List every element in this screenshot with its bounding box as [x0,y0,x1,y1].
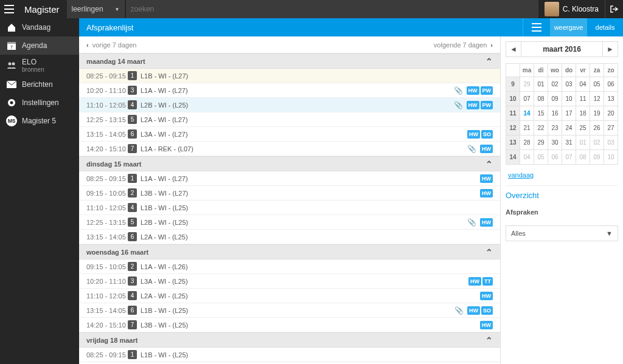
appointment-row[interactable]: 14:20 - 15:107L1A - REK - (L07)📎HW [79,142,500,156]
cal-day[interactable]: 04 [520,150,534,165]
sidebar-item-berichten[interactable]: Berichten [0,75,79,94]
cal-day[interactable]: 03 [604,136,618,150]
cal-day[interactable]: 30 [548,136,562,150]
day-header[interactable]: maandag 14 maart⌃ [79,53,500,69]
cal-day[interactable]: 20 [604,106,618,121]
cal-day[interactable]: 05 [534,150,548,165]
search-input[interactable] [131,5,534,13]
cal-day[interactable]: 19 [590,106,604,121]
cal-day[interactable]: 08 [576,150,590,165]
attachment-icon: 📎 [454,101,463,109]
appointment-row[interactable]: 13:15 - 14:056L3A - WI - (L27)HWSO [79,127,500,142]
cal-day[interactable]: 07 [562,150,576,165]
cal-day[interactable]: 12 [590,92,604,106]
day-header[interactable]: woensdag 16 maart⌃ [79,244,500,259]
cal-day[interactable]: 05 [590,77,604,92]
today-link[interactable]: vandaag [506,170,536,180]
cal-day[interactable]: 10 [604,150,618,165]
cal-week[interactable]: 14 [506,150,520,165]
badge-hw: HW [467,101,479,109]
appointment-row[interactable]: 08:25 - 09:151L1A - WI - (L27)HW [79,171,500,186]
panel-toggle[interactable] [523,18,550,36]
day-header[interactable]: dinsdag 15 maart⌃ [79,156,500,171]
cal-day[interactable]: 23 [548,121,562,136]
appointment-row[interactable]: 11:10 - 12:054L2A - WI - (L25)HW [79,289,500,303]
cal-day[interactable]: 11 [576,92,590,106]
cal-day[interactable]: 29 [520,77,534,92]
day-name: woensdag 16 maart [86,249,148,256]
cal-day[interactable]: 07 [520,92,534,106]
appointment-row[interactable]: 14:20 - 15:107L3B - WI - (L25)HW [79,318,500,332]
tab-details[interactable]: details [586,18,623,36]
prev-week[interactable]: ‹ vorige 7 dagen [86,41,136,49]
badge-so: SO [481,130,493,139]
cal-day[interactable]: 26 [590,121,604,136]
cal-day[interactable]: 01 [576,136,590,150]
appointment-row[interactable]: 09:15 - 10:052L3B - WI - (L27)HW [79,186,500,201]
cal-day[interactable]: 01 [534,77,548,92]
cal-day[interactable]: 06 [548,150,562,165]
cal-day[interactable]: 16 [548,106,562,121]
cal-week[interactable]: 13 [506,136,520,150]
scope-dropdown[interactable]: leerlingen ▼ [67,0,125,18]
period-badge: 3 [128,276,137,286]
cal-day[interactable]: 21 [520,121,534,136]
cal-day[interactable]: 02 [548,77,562,92]
cal-day[interactable]: 02 [590,136,604,150]
appointment-subject: L2A - WI - (L25) [141,292,480,300]
appointment-row[interactable]: 08:25 - 09:151L1B - WI - (L27) [79,69,500,83]
sidebar-item-magister5[interactable]: M5 Magister 5 [0,112,79,130]
cal-day[interactable]: 03 [562,77,576,92]
appointment-row[interactable]: 11:10 - 12:054L1B - WI - (L25) [79,201,500,215]
cal-day[interactable]: 15 [534,106,548,121]
menu-toggle[interactable] [0,0,18,18]
appointment-row[interactable]: 10:20 - 11:103L3A - WI - (L25)HWTT [79,274,500,289]
sidebar-item-vandaag[interactable]: Vandaag [0,18,79,36]
appointment-row[interactable]: 09:15 - 10:052L1A - WI - (L26) [79,259,500,274]
cal-week[interactable]: 11 [506,106,520,121]
appointment-row[interactable]: 13:15 - 14:056L1B - WI - (L25)📎HWSO [79,303,500,318]
cal-day[interactable]: 24 [562,121,576,136]
cal-day[interactable]: 06 [604,77,618,92]
day-header[interactable]: vrijdag 18 maart⌃ [79,332,500,348]
badge-tt: TT [482,277,493,286]
appointment-row[interactable]: 08:25 - 09:151L1B - WI - (L25) [79,348,500,362]
cal-day[interactable]: 04 [576,77,590,92]
cal-day[interactable]: 17 [562,106,576,121]
cal-week[interactable]: 9 [506,77,520,92]
signout-button[interactable] [605,0,623,18]
next-week[interactable]: volgende 7 dagen › [434,41,493,49]
cal-day[interactable]: 25 [576,121,590,136]
cal-day[interactable]: 13 [604,92,618,106]
sidebar-item-label: Berichten [22,80,53,89]
overview-filter[interactable]: Alles ▼ [506,225,618,241]
cal-day[interactable]: 29 [534,136,548,150]
badge-hw: HW [480,189,493,197]
cal-next[interactable]: ► [602,41,618,57]
appointment-row[interactable]: 12:25 - 13:155L2A - WI - (L27) [79,112,500,127]
badge-hw: HW [467,306,480,315]
cal-day[interactable]: 18 [576,106,590,121]
sidebar-item-agenda[interactable]: 7 Agenda [0,36,79,55]
cal-day[interactable]: 14 [520,106,534,121]
cal-prev[interactable]: ◄ [506,41,521,57]
cal-day[interactable]: 27 [604,121,618,136]
cal-day[interactable]: 31 [562,136,576,150]
appointment-row[interactable]: 13:15 - 14:056L2A - WI - (L25) [79,230,500,244]
user-menu[interactable]: C. Kloostra [538,0,605,18]
cal-day[interactable]: 22 [534,121,548,136]
cal-week[interactable]: 12 [506,121,520,136]
sidebar-item-elo[interactable]: ELO bronnen [0,55,79,75]
appointment-row[interactable]: 10:20 - 11:103L1A - WI - (L27)📎HWPW [79,83,500,98]
cal-day[interactable]: 09 [590,150,604,165]
appointment-row[interactable]: 11:10 - 12:054L2B - WI - (L25)📎HWPW [79,98,500,112]
cal-day[interactable]: 10 [562,92,576,106]
period-badge: 4 [128,291,137,300]
cal-day[interactable]: 28 [520,136,534,150]
appointment-row[interactable]: 12:25 - 13:155L2B - WI - (L25)📎HW [79,215,500,230]
cal-week[interactable]: 10 [506,92,520,106]
cal-day[interactable]: 08 [534,92,548,106]
tab-weergave[interactable]: weergave [550,18,586,36]
cal-day[interactable]: 09 [548,92,562,106]
sidebar-item-instellingen[interactable]: Instellingen [0,94,79,112]
